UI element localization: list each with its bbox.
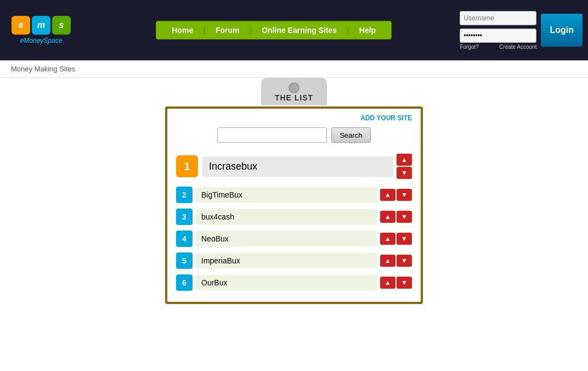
nav-earning[interactable]: Online Earning Sites — [252, 24, 347, 37]
list-title: THE LIST — [275, 93, 313, 102]
breadcrumb-text: Money Making Sites — [11, 65, 75, 73]
site-name-2: BigTimeBux — [196, 187, 377, 203]
list-item-5: 5 ImperiaBux ▲ ▼ — [176, 252, 412, 269]
site-name-3: bux4cash — [196, 209, 377, 224]
vote-up-6[interactable]: ▲ — [380, 277, 395, 289]
search-row: Search — [176, 127, 412, 143]
login-button[interactable]: Login — [541, 14, 583, 47]
login-right: Forgot? Create Account — [460, 11, 536, 50]
vote-btns-3: ▲ ▼ — [380, 211, 412, 223]
header: e m s eMoneySpace Home | Forum | Online … — [0, 0, 588, 60]
breadcrumb: Money Making Sites — [0, 60, 588, 78]
username-input[interactable] — [460, 11, 536, 25]
forgot-link[interactable]: Forgot? — [460, 44, 478, 50]
vote-up-2[interactable]: ▲ — [380, 189, 395, 201]
login-fields — [460, 11, 536, 43]
rank-badge-3: 3 — [176, 209, 193, 225]
vote-up-1[interactable]: ▲ — [397, 154, 412, 166]
add-your-site-link[interactable]: ADD YOUR SITE — [176, 114, 412, 122]
search-button[interactable]: Search — [331, 127, 370, 143]
clipboard-paper: ADD YOUR SITE Search 1 Incrasebux ▲ ▼ — [167, 109, 421, 302]
nav-bar: Home | Forum | Online Earning Sites | He… — [88, 21, 460, 40]
vote-up-5[interactable]: ▲ — [380, 255, 395, 267]
site-name-5: ImperiaBux — [196, 253, 377, 268]
brand-name: eMoneySpace — [20, 37, 63, 44]
main-content: THE LIST ADD YOUR SITE Search 1 Incraseb… — [0, 78, 588, 371]
list-items-rest: 2 BigTimeBux ▲ ▼ 3 bux4cash ▲ ▼ — [176, 187, 412, 291]
rank-badge-5: 5 — [176, 252, 193, 269]
clipboard-board: ADD YOUR SITE Search 1 Incrasebux ▲ ▼ — [165, 106, 423, 304]
site-name-4: NeoBux — [196, 231, 377, 246]
site-name-1: Incrasebux — [202, 156, 393, 177]
nav-inner: Home | Forum | Online Earning Sites | He… — [156, 21, 392, 40]
list-item-1: 1 Incrasebux ▲ ▼ — [176, 154, 412, 179]
vote-btns-4: ▲ ▼ — [380, 233, 412, 245]
nav-help[interactable]: Help — [349, 24, 386, 37]
logo-tile-m: m — [32, 16, 50, 35]
create-account-link[interactable]: Create Account — [499, 44, 536, 50]
vote-btns-6: ▲ ▼ — [380, 277, 412, 289]
site-name-6: OurBux — [196, 275, 377, 290]
vote-btns-2: ▲ ▼ — [380, 189, 412, 201]
list-item-4: 4 NeoBux ▲ ▼ — [176, 231, 412, 247]
vote-down-6[interactable]: ▼ — [397, 277, 412, 289]
list-item-3: 3 bux4cash ▲ ▼ — [176, 209, 412, 225]
password-input[interactable] — [460, 29, 536, 43]
login-links: Forgot? Create Account — [460, 44, 536, 50]
logo-tiles: e m s — [12, 16, 71, 35]
logo-tile-s: s — [52, 16, 71, 35]
vote-down-5[interactable]: ▼ — [397, 255, 412, 267]
clipboard-wrapper: THE LIST ADD YOUR SITE Search 1 Incraseb… — [165, 94, 423, 369]
list-item-2: 2 BigTimeBux ▲ ▼ — [176, 187, 412, 203]
list-item-6: 6 OurBux ▲ ▼ — [176, 274, 412, 291]
rank-badge-2: 2 — [176, 187, 193, 203]
vote-down-3[interactable]: ▼ — [397, 211, 412, 223]
rank-badge-6: 6 — [176, 274, 193, 291]
nav-forum[interactable]: Forum — [206, 24, 250, 37]
vote-up-3[interactable]: ▲ — [380, 211, 395, 223]
search-input[interactable] — [217, 127, 327, 143]
login-area: Forgot? Create Account Login — [460, 11, 583, 50]
vote-btns-1: ▲ ▼ — [397, 154, 412, 179]
vote-btns-5: ▲ ▼ — [380, 255, 412, 267]
vote-down-4[interactable]: ▼ — [397, 233, 412, 245]
clipboard-hook: THE LIST — [261, 78, 327, 105]
vote-down-2[interactable]: ▼ — [397, 189, 412, 201]
vote-down-1[interactable]: ▼ — [397, 167, 412, 179]
rank-badge-4: 4 — [176, 231, 193, 247]
rank-badge-1: 1 — [176, 155, 198, 177]
logo-area: e m s eMoneySpace — [5, 16, 77, 44]
vote-up-4[interactable]: ▲ — [380, 233, 395, 245]
logo-tile-e: e — [12, 16, 30, 35]
nav-home[interactable]: Home — [162, 24, 203, 37]
